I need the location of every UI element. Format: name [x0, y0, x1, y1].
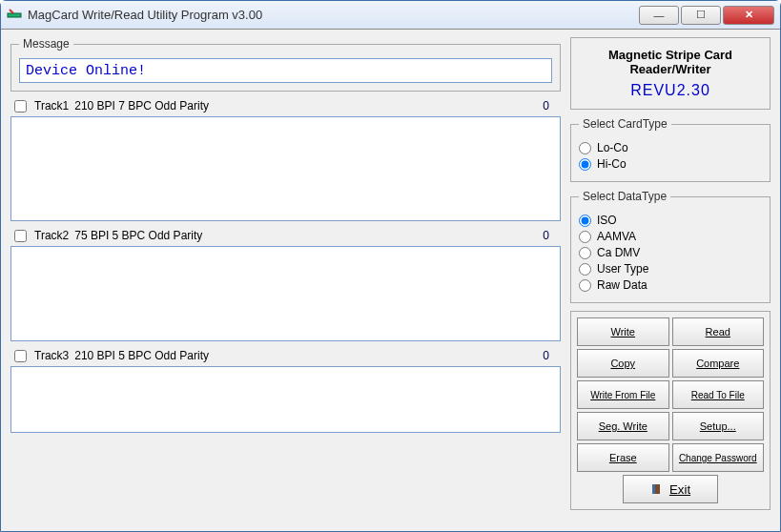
brand-version: REVU2.30	[581, 82, 760, 99]
track1-header: Track1 210 BPI 7 BPC Odd Parity 0	[10, 97, 561, 114]
exit-button[interactable]: Exit	[623, 475, 718, 503]
datatype-option-rawdata[interactable]: Raw Data	[579, 278, 762, 292]
track3-spec: 210 BPI 5 BPC Odd Parity	[74, 349, 209, 362]
read-button[interactable]: Read	[672, 317, 765, 346]
track3-checkbox[interactable]	[14, 350, 27, 362]
track2-textarea[interactable]	[10, 246, 561, 341]
track3-name: Track3	[34, 349, 69, 362]
datatype-legend: Select DataType	[579, 190, 670, 203]
seg-write-button[interactable]: Seg. Write	[577, 412, 669, 440]
copy-button[interactable]: Copy	[577, 349, 669, 378]
datatype-label-aamva: AAMVA	[597, 230, 636, 243]
svg-rect-3	[652, 484, 655, 494]
cardtype-label-loco: Lo-Co	[597, 141, 628, 154]
datatype-group: Select DataType ISO AAMVA Ca DMV User Ty…	[570, 190, 771, 303]
compare-button[interactable]: Compare	[672, 349, 765, 378]
track2-block: Track2 75 BPI 5 BPC Odd Parity 0	[10, 227, 561, 341]
right-column: Magnetic Stripe Card Reader/Writer REVU2…	[570, 37, 771, 523]
brand-title: Magnetic Stripe Card Reader/Writer	[581, 48, 760, 76]
cardtype-option-hico[interactable]: Hi-Co	[579, 157, 762, 171]
datatype-radio-rawdata[interactable]	[579, 279, 591, 292]
message-legend: Message	[19, 37, 73, 51]
exit-label: Exit	[669, 482, 690, 497]
cardtype-option-loco[interactable]: Lo-Co	[579, 141, 762, 154]
svg-line-1	[10, 10, 13, 13]
datatype-label-cadmv: Ca DMV	[597, 246, 640, 259]
minimize-button[interactable]: —	[639, 6, 679, 25]
svg-rect-2	[655, 484, 660, 494]
datatype-label-iso: ISO	[597, 214, 617, 227]
track2-header: Track2 75 BPI 5 BPC Odd Parity 0	[10, 227, 561, 244]
left-column: Message Track1 210 BPI 7 BPC Odd Parity …	[10, 37, 561, 523]
cardtype-label-hico: Hi-Co	[597, 157, 627, 171]
datatype-option-aamva[interactable]: AAMVA	[579, 230, 762, 243]
datatype-radio-aamva[interactable]	[579, 231, 591, 243]
app-window: MagCard Write/Read Utility Program v3.00…	[0, 0, 781, 532]
track3-header: Track3 210 BPI 5 BPC Odd Parity 0	[10, 347, 561, 364]
track2-count: 0	[543, 229, 557, 242]
track3-block: Track3 210 BPI 5 BPC Odd Parity 0	[10, 347, 561, 433]
track1-name: Track1	[34, 99, 69, 113]
maximize-button[interactable]: ☐	[681, 6, 721, 25]
close-button[interactable]: ✕	[723, 6, 774, 25]
track3-count: 0	[543, 349, 557, 362]
track2-name: Track2	[34, 229, 69, 242]
exit-icon	[650, 482, 664, 496]
track1-count: 0	[543, 99, 557, 113]
window-controls: — ☐ ✕	[639, 6, 774, 25]
cardtype-legend: Select CardType	[579, 117, 671, 131]
datatype-option-cadmv[interactable]: Ca DMV	[579, 246, 762, 259]
write-button[interactable]: Write	[577, 317, 669, 346]
setup-button[interactable]: Setup...	[672, 412, 765, 440]
button-panel: Write Read Copy Compare Write From File …	[570, 311, 771, 510]
datatype-option-iso[interactable]: ISO	[579, 214, 762, 227]
brand-box: Magnetic Stripe Card Reader/Writer REVU2…	[570, 37, 771, 110]
write-from-file-button[interactable]: Write From File	[577, 380, 669, 409]
datatype-radio-usertype[interactable]	[579, 263, 591, 276]
read-to-file-button[interactable]: Read To File	[672, 380, 765, 409]
datatype-radio-iso[interactable]	[579, 215, 591, 227]
cardtype-radio-hico[interactable]	[579, 158, 591, 171]
client-area: Message Track1 210 BPI 7 BPC Odd Parity …	[1, 30, 780, 531]
datatype-label-usertype: User Type	[597, 262, 648, 276]
track1-checkbox[interactable]	[14, 100, 27, 113]
titlebar: MagCard Write/Read Utility Program v3.00…	[1, 1, 780, 30]
track1-textarea[interactable]	[10, 116, 561, 221]
cardtype-group: Select CardType Lo-Co Hi-Co	[570, 117, 771, 182]
track1-block: Track1 210 BPI 7 BPC Odd Parity 0	[10, 97, 561, 221]
track1-spec: 210 BPI 7 BPC Odd Parity	[74, 99, 209, 113]
datatype-option-usertype[interactable]: User Type	[579, 262, 762, 276]
message-field	[19, 58, 552, 83]
message-group: Message	[10, 37, 561, 92]
app-icon	[7, 8, 22, 23]
datatype-label-rawdata: Raw Data	[597, 278, 647, 292]
datatype-radio-cadmv[interactable]	[579, 247, 591, 259]
svg-rect-0	[8, 13, 21, 17]
track2-checkbox[interactable]	[14, 230, 27, 242]
erase-button[interactable]: Erase	[577, 443, 669, 472]
track3-textarea[interactable]	[10, 366, 561, 433]
change-password-button[interactable]: Change Password	[672, 443, 765, 472]
exit-row: Exit	[577, 475, 764, 503]
window-title: MagCard Write/Read Utility Program v3.00	[28, 8, 639, 22]
cardtype-radio-loco[interactable]	[579, 142, 591, 154]
track2-spec: 75 BPI 5 BPC Odd Parity	[74, 229, 202, 242]
